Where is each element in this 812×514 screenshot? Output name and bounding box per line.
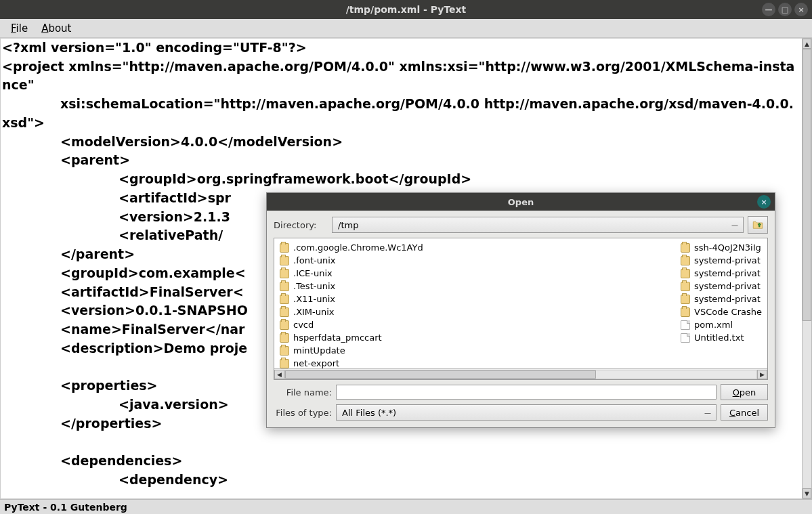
maximize-icon: □ — [782, 5, 788, 14]
file-item[interactable]: .ICE-unix — [280, 267, 423, 280]
cancel-button[interactable]: Cancel — [721, 404, 768, 421]
scroll-thumb[interactable] — [803, 49, 811, 321]
file-name: systemd-privat — [694, 268, 761, 278]
horizontal-scrollbar[interactable]: ◀ ▶ — [274, 368, 767, 379]
file-name: pom.xml — [694, 320, 733, 330]
scroll-up-icon[interactable]: ▲ — [803, 39, 811, 49]
vertical-scrollbar[interactable]: ▲ ▼ — [802, 38, 812, 499]
open-button[interactable]: Open — [721, 384, 768, 400]
file-name: net-export — [293, 358, 339, 368]
file-name: hsperfdata_pmccart — [293, 333, 382, 343]
chevron-down-icon: — — [702, 407, 713, 418]
file-name: .font-unix — [293, 255, 335, 265]
window-controls: — □ × — [762, 0, 808, 19]
folder-icon — [280, 333, 289, 343]
types-row: Files of type: All Files (*.*) — Cancel — [274, 404, 768, 421]
file-item[interactable]: .Test-unix — [280, 280, 423, 293]
types-combo[interactable]: All Files (*.*) — — [336, 404, 717, 421]
file-item[interactable]: mintUpdate — [280, 344, 423, 357]
folder-icon — [280, 256, 289, 265]
file-name: Untitled.txt — [694, 333, 744, 343]
chevron-down-icon: — — [729, 219, 740, 230]
scroll-left-icon[interactable]: ◀ — [274, 370, 284, 379]
file-name: cvcd — [293, 320, 314, 330]
file-name: .ICE-unix — [293, 268, 333, 278]
open-dialog: Open × Directory: /tmp — .com.google.Chr… — [266, 192, 775, 428]
dialog-close-button[interactable]: × — [757, 195, 771, 209]
folder-icon — [681, 256, 690, 265]
folder-icon — [280, 320, 289, 330]
minimize-icon: — — [765, 5, 773, 14]
folder-icon — [681, 295, 690, 304]
folder-icon — [280, 269, 289, 278]
file-item[interactable]: VSCode Crashe — [681, 305, 762, 318]
dialog-titlebar: Open × — [267, 193, 775, 211]
types-label: Files of type: — [274, 408, 332, 418]
scroll-track[interactable] — [803, 49, 811, 488]
file-list-wrap: .com.google.Chrome.Wc1AYd.font-unix.ICE-… — [274, 238, 768, 380]
file-item[interactable]: .font-unix — [280, 254, 423, 267]
directory-row: Directory: /tmp — — [274, 216, 768, 234]
file-name: .com.google.Chrome.Wc1AYd — [293, 242, 423, 253]
filename-label: File name: — [274, 387, 332, 398]
filename-row: File name: Open — [274, 384, 768, 400]
scroll-right-icon[interactable]: ▶ — [757, 370, 767, 379]
file-column: .com.google.Chrome.Wc1AYd.font-unix.ICE-… — [280, 241, 423, 368]
file-item[interactable]: systemd-privat — [681, 267, 762, 280]
close-icon: × — [761, 198, 767, 207]
folder-icon — [681, 282, 690, 291]
maximize-button[interactable]: □ — [778, 3, 792, 16]
file-item[interactable]: cvcd — [280, 318, 423, 331]
folder-up-icon — [752, 219, 764, 231]
dialog-title: Open — [508, 197, 534, 207]
file-icon — [681, 333, 690, 343]
minimize-button[interactable]: — — [762, 3, 775, 16]
file-item[interactable]: .XIM-unix — [280, 305, 423, 318]
titlebar: /tmp/pom.xml - PyText — □ × — [0, 0, 812, 19]
file-item[interactable]: hsperfdata_pmccart — [280, 331, 423, 344]
filename-input[interactable] — [336, 385, 717, 400]
directory-value: /tmp — [338, 220, 358, 230]
dialog-body: Directory: /tmp — .com.google.Chrome.Wc1… — [267, 211, 775, 427]
directory-combo[interactable]: /tmp — — [332, 217, 744, 233]
file-name: mintUpdate — [293, 345, 345, 356]
file-name: .XIM-unix — [293, 307, 335, 317]
file-item[interactable]: .com.google.Chrome.Wc1AYd — [280, 241, 423, 254]
file-name: .Test-unix — [293, 281, 335, 291]
folder-icon — [681, 307, 690, 317]
hscroll-thumb[interactable] — [285, 370, 596, 379]
file-name: ssh-4QoJ2N3iIg — [694, 242, 761, 253]
menu-about[interactable]: About — [35, 20, 78, 37]
folder-icon — [280, 243, 289, 253]
scroll-down-icon[interactable]: ▼ — [803, 488, 811, 498]
folder-icon — [280, 295, 289, 304]
hscroll-track[interactable] — [284, 370, 757, 379]
folder-icon — [681, 269, 690, 278]
up-directory-button[interactable] — [748, 216, 768, 234]
file-name: VSCode Crashe — [694, 307, 762, 317]
file-column: ssh-4QoJ2N3iIgsystemd-privatsystemd-priv… — [681, 241, 762, 344]
file-list[interactable]: .com.google.Chrome.Wc1AYd.font-unix.ICE-… — [274, 238, 767, 368]
file-item[interactable]: systemd-privat — [681, 293, 762, 305]
file-name: systemd-privat — [694, 255, 761, 265]
file-item[interactable]: Untitled.txt — [681, 331, 762, 344]
file-name: .X11-unix — [293, 294, 335, 304]
directory-label: Directory: — [274, 220, 328, 230]
file-item[interactable]: pom.xml — [681, 318, 762, 331]
folder-icon — [280, 307, 289, 317]
file-icon — [681, 320, 690, 330]
folder-icon — [280, 282, 289, 291]
types-value: All Files (*.*) — [342, 408, 396, 418]
menu-file[interactable]: File — [4, 20, 35, 37]
file-item[interactable]: systemd-privat — [681, 254, 762, 267]
folder-icon — [280, 346, 289, 356]
file-item[interactable]: .X11-unix — [280, 293, 423, 305]
file-item[interactable]: net-export — [280, 357, 423, 368]
file-item[interactable]: ssh-4QoJ2N3iIg — [681, 241, 762, 254]
close-icon: × — [798, 5, 804, 14]
file-item[interactable]: systemd-privat — [681, 280, 762, 293]
status-text: PyText - 0.1 Gutenberg — [4, 502, 127, 513]
close-button[interactable]: × — [794, 3, 808, 16]
window-title: /tmp/pom.xml - PyText — [0, 4, 812, 15]
folder-icon — [681, 243, 690, 253]
